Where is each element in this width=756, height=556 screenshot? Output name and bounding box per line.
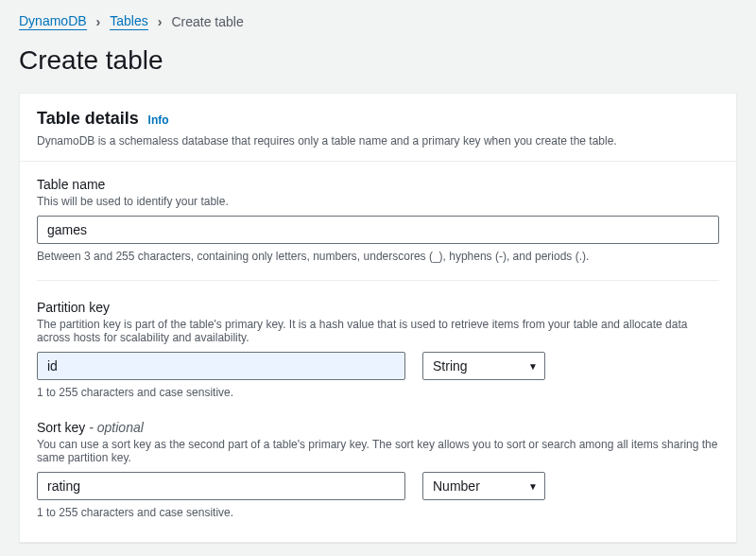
breadcrumb-tables[interactable]: Tables — [110, 13, 147, 30]
sort-key-input[interactable] — [37, 472, 405, 500]
sort-key-label-text: Sort key — [37, 420, 85, 435]
panel-body: Table name This will be used to identify… — [20, 162, 736, 542]
table-name-constraint: Between 3 and 255 characters, containing… — [37, 250, 719, 263]
chevron-right-icon: › — [158, 14, 163, 29]
table-details-panel: Table details Info DynamoDB is a schemal… — [19, 93, 737, 543]
partition-key-field: Partition key The partition key is part … — [37, 300, 719, 399]
sort-key-type-select-wrap: Number ▼ — [422, 472, 545, 500]
sort-key-type-select[interactable]: Number — [422, 472, 545, 500]
breadcrumb-current: Create table — [171, 14, 243, 29]
table-name-sublabel: This will be used to identify your table… — [37, 195, 719, 208]
partition-key-type-select-wrap: String ▼ — [422, 352, 545, 380]
sort-key-label: Sort key - optional — [37, 420, 719, 435]
sort-key-sublabel: You can use a sort key as the second par… — [37, 438, 719, 464]
info-link[interactable]: Info — [148, 113, 169, 127]
breadcrumb-dynamodb[interactable]: DynamoDB — [19, 13, 87, 30]
table-name-input[interactable] — [37, 216, 719, 244]
breadcrumb: DynamoDB › Tables › Create table — [0, 0, 756, 38]
divider — [37, 280, 719, 281]
panel-description: DynamoDB is a schemaless database that r… — [37, 134, 719, 148]
sort-key-optional: - optional — [89, 420, 144, 435]
sort-key-field: Sort key - optional You can use a sort k… — [37, 420, 719, 519]
page-title: Create table — [0, 38, 756, 93]
sort-key-constraint: 1 to 255 characters and case sensitive. — [37, 506, 719, 519]
table-name-label: Table name — [37, 177, 719, 192]
table-name-field: Table name This will be used to identify… — [37, 177, 719, 263]
panel-title: Table details — [37, 109, 139, 128]
chevron-right-icon: › — [96, 14, 101, 29]
partition-key-constraint: 1 to 255 characters and case sensitive. — [37, 386, 719, 399]
panel-header: Table details Info DynamoDB is a schemal… — [20, 94, 736, 162]
partition-key-label: Partition key — [37, 300, 719, 315]
partition-key-sublabel: The partition key is part of the table's… — [37, 318, 719, 344]
partition-key-type-select[interactable]: String — [422, 352, 545, 380]
partition-key-input[interactable] — [37, 352, 405, 380]
